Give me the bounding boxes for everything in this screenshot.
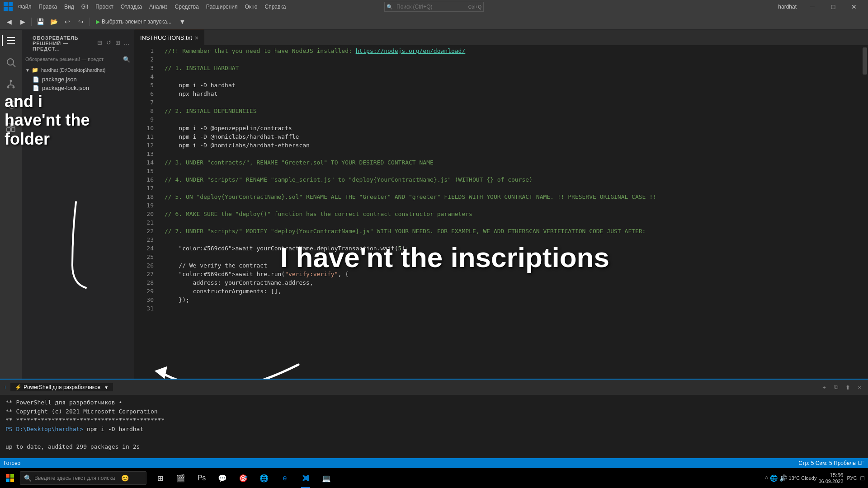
menu-search-box[interactable]: 🔍 Ctrl+Q — [384, 2, 484, 12]
sidebar-refresh-btn[interactable]: ↺ — [104, 38, 113, 47]
activity-explorer[interactable] — [2, 32, 20, 50]
taskbar-app-app5[interactable]: 🎯 — [233, 468, 253, 488]
terminal-tab-powershell[interactable]: ⚡ PowerShell для разработчиков ▼ — [10, 383, 113, 391]
redo-button[interactable]: ↪ — [75, 15, 87, 28]
app-logo — [4, 2, 13, 11]
menu-debug[interactable]: Отладка — [117, 2, 146, 12]
activity-extensions[interactable] — [2, 118, 20, 136]
taskbar-time: 15:56 — [830, 472, 843, 479]
sidebar-header-row: Обозреватель решений — предст... ⊟ ↺ ⊞ … — [22, 30, 134, 53]
terminal-maximize-btn[interactable]: ⬆ — [843, 382, 853, 392]
menu-git[interactable]: Git — [78, 2, 92, 12]
code-line — [165, 72, 862, 81]
terminal-tab-actions: + ⧉ ⬆ × — [819, 382, 864, 392]
bottom-status-bar: Готово Стр: 5 Сим: 5 Пробелы LF — [0, 458, 868, 468]
menu-tools[interactable]: Средства — [171, 2, 203, 12]
menu-project[interactable]: Проект — [92, 2, 117, 12]
terminal-add-btn[interactable]: + — [819, 382, 829, 392]
code-line: // 5. ON "deploy{YourContractName}.sol" … — [165, 192, 862, 201]
sidebar-filter-btn[interactable]: ⊞ — [113, 38, 122, 47]
taskbar-app-edge[interactable]: e — [275, 468, 295, 488]
sidebar-search-btn[interactable]: 🔍 — [123, 55, 131, 63]
tab-bar: INSTRUCTIONS.txt × — [135, 30, 868, 46]
back-button[interactable]: ◀ — [3, 15, 15, 28]
code-line: // 4. UNDER "scripts/" RENAME "sample_sc… — [165, 175, 862, 184]
maximize-button[interactable]: □ — [823, 0, 844, 14]
menu-file[interactable]: Файл — [14, 2, 35, 12]
tab-instructions[interactable]: INSTRUCTIONS.txt × — [135, 30, 204, 46]
line-number: 2 — [135, 55, 154, 64]
terminal-split-btn[interactable]: ⧉ — [831, 382, 841, 392]
taskbar-app-chrome[interactable]: 🌐 — [254, 468, 274, 488]
taskbar-app-vscode[interactable] — [296, 468, 316, 488]
taskbar-chevron-icon[interactable]: ^ — [765, 475, 768, 482]
sidebar-actions: ⊟ ↺ ⊞ … — [95, 38, 131, 47]
search-input[interactable] — [395, 4, 467, 10]
taskbar-task-view[interactable]: ⊞ — [150, 468, 170, 488]
line-number: 17 — [135, 184, 154, 192]
code-line — [165, 218, 862, 227]
save-all-button[interactable]: 💾 — [34, 15, 47, 28]
taskbar-emoji-icon: 😊 — [121, 474, 129, 482]
start-button[interactable] — [0, 468, 20, 488]
run-dropdown[interactable]: Выбрать элемент запуска... — [102, 19, 171, 25]
file-lock-icon: 📄 — [33, 85, 39, 91]
tab-close-icon[interactable]: × — [195, 34, 198, 42]
activity-debug[interactable] — [2, 97, 20, 115]
taskbar-search[interactable]: 🔍 Введите здесь текст для поиска 😊 — [20, 471, 146, 485]
menu-help[interactable]: Справка — [261, 2, 289, 12]
taskbar-weather: 13°C Cloudy — [789, 475, 817, 481]
undo-button[interactable]: ↩ — [61, 15, 74, 28]
search-kbd: Ctrl+Q — [467, 5, 483, 9]
menu-window[interactable]: Окно — [241, 2, 261, 12]
close-button[interactable]: ✕ — [844, 0, 864, 14]
tree-item-package-lock-json[interactable]: 📄 package-lock.json — [22, 84, 134, 92]
code-line: // 7. UNDER "scripts/" MODIFY "deploy{Yo… — [165, 227, 862, 235]
code-line — [165, 201, 862, 210]
svg-point-8 — [13, 86, 15, 89]
activity-search[interactable] — [2, 53, 20, 71]
terminal-plus-icon[interactable]: + — [4, 384, 7, 390]
code-line — [165, 150, 862, 158]
menu-extensions[interactable]: Расширения — [203, 2, 241, 12]
forward-button[interactable]: ▶ — [16, 15, 29, 28]
sidebar-collapse-btn[interactable]: ⊟ — [95, 38, 104, 47]
sidebar-settings-btn[interactable]: … — [123, 38, 131, 47]
run-dropdown-arrow[interactable]: ▼ — [176, 15, 189, 28]
minimize-button[interactable]: ─ — [802, 0, 823, 14]
taskbar-app-premiere[interactable]: 🎬 — [171, 468, 191, 488]
taskbar-notification-icon[interactable]: □ — [861, 474, 864, 482]
svg-rect-0 — [4, 2, 8, 6]
taskbar-app-photoshop[interactable]: Ps — [192, 468, 212, 488]
code-line: "color:#569cd6">await yourContractName.d… — [165, 244, 862, 253]
terminal-line — [5, 433, 863, 442]
line-number: 27 — [135, 270, 154, 278]
search-icon: 🔍 — [385, 4, 395, 10]
svg-rect-2 — [4, 7, 8, 11]
sidebar-search-row: Обозреватель решений — предст 🔍 — [22, 53, 134, 65]
tree-item-package-json[interactable]: 📄 package.json — [22, 75, 134, 84]
menu-edit[interactable]: Правка — [35, 2, 61, 12]
open-file-button[interactable]: 📂 — [47, 15, 60, 28]
run-icon: ▶ — [96, 19, 100, 25]
menu-analyze[interactable]: Анализ — [146, 2, 171, 12]
explorer-root-header[interactable]: ▼ 📁 hardhat (D:\Desktop\hardhat) — [22, 65, 134, 75]
taskbar-app-terminal[interactable]: 💻 — [316, 468, 336, 488]
activity-git[interactable] — [2, 75, 20, 93]
scrollbar-thumb[interactable] — [863, 47, 867, 75]
menu-view[interactable]: Вид — [61, 2, 78, 12]
code-line — [165, 253, 862, 261]
taskbar-app-chat[interactable]: 💬 — [212, 468, 232, 488]
code-line: }); — [165, 296, 862, 304]
taskbar-clock[interactable]: 15:56 06.09.2022 — [818, 472, 843, 484]
terminal-close-btn[interactable]: × — [854, 382, 864, 392]
svg-rect-16 — [10, 474, 14, 478]
terminal-tab-dropdown[interactable]: ▼ — [104, 385, 108, 390]
svg-rect-17 — [6, 479, 9, 482]
line-number: 12 — [135, 141, 154, 150]
run-button[interactable]: ▶ Выбрать элемент запуска... — [92, 18, 175, 26]
svg-rect-13 — [11, 128, 15, 131]
terminal-powershell-icon: ⚡ — [15, 384, 22, 390]
toolbar: ◀ ▶ 💾 📂 ↩ ↪ ▶ Выбрать элемент запуска...… — [0, 14, 868, 30]
code-line: // 1. INSTALL HARDHAT — [165, 64, 862, 72]
